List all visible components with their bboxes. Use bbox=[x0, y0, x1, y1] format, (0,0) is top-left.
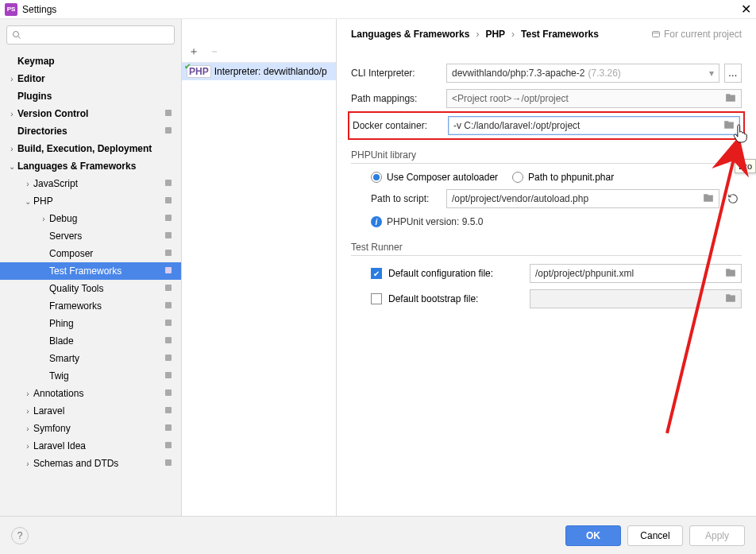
search-box[interactable] bbox=[6, 25, 175, 45]
sidebar-item-quality-tools[interactable]: Quality Tools bbox=[0, 280, 181, 297]
project-scope-icon bbox=[164, 248, 175, 260]
svg-rect-12 bbox=[165, 320, 172, 326]
radio-phar-label: Path to phpunit.phar bbox=[528, 172, 614, 183]
phpunit-version-label: PHPUnit version: 9.5.0 bbox=[387, 216, 483, 227]
default-bootstrap-checkbox[interactable] bbox=[371, 293, 382, 304]
add-button[interactable]: ＋ bbox=[187, 45, 201, 59]
sidebar-item-blade[interactable]: Blade bbox=[0, 332, 181, 350]
sidebar-item-debug[interactable]: ›Debug bbox=[0, 210, 181, 227]
chevron-icon: › bbox=[22, 389, 33, 398]
sidebar-item-label: Test Frameworks bbox=[49, 265, 164, 277]
project-scope-icon bbox=[164, 300, 175, 312]
folder-icon[interactable] bbox=[723, 119, 735, 133]
cli-interpreter-browse-button[interactable]: … bbox=[724, 64, 742, 83]
project-icon bbox=[651, 29, 661, 39]
app-icon: PS bbox=[5, 3, 17, 16]
sidebar-item-directories[interactable]: Directories bbox=[0, 122, 181, 140]
svg-rect-5 bbox=[165, 197, 172, 203]
sidebar-item-label: Laravel bbox=[33, 405, 164, 416]
sidebar-item-keymap[interactable]: Keymap bbox=[0, 52, 181, 70]
sidebar-item-version-control[interactable]: ›Version Control bbox=[0, 105, 181, 122]
sidebar-item-label: Smarty bbox=[49, 353, 164, 364]
sidebar-item-label: Composer bbox=[49, 248, 164, 259]
apply-button[interactable]: Apply bbox=[689, 525, 745, 546]
sidebar-item-twig[interactable]: Twig bbox=[0, 367, 181, 385]
folder-icon[interactable] bbox=[725, 267, 736, 281]
path-to-script-field[interactable]: /opt/project/vendor/autoload.php bbox=[446, 189, 719, 208]
svg-rect-14 bbox=[165, 354, 172, 361]
sidebar-item-label: Quality Tools bbox=[49, 283, 164, 294]
titlebar: PS Settings ✕ bbox=[0, 0, 756, 19]
sidebar-item-laravel[interactable]: ›Laravel bbox=[0, 402, 181, 420]
sidebar-item-schemas-and-dtds[interactable]: ›Schemas and DTDs bbox=[0, 455, 181, 472]
sidebar-item-label: Debug bbox=[49, 213, 164, 224]
svg-rect-13 bbox=[165, 337, 172, 343]
sidebar-item-plugins[interactable]: Plugins bbox=[0, 87, 181, 105]
chevron-icon: › bbox=[6, 75, 17, 83]
ok-button[interactable]: OK bbox=[565, 525, 621, 546]
help-button[interactable]: ? bbox=[11, 527, 29, 544]
interpreter-row[interactable]: ✔ PHP Interpreter: devwithlando/p bbox=[182, 63, 336, 80]
settings-tree[interactable]: Keymap›EditorPlugins›Version ControlDire… bbox=[0, 51, 181, 516]
default-config-checkbox[interactable]: ✔ bbox=[371, 268, 382, 279]
svg-rect-2 bbox=[165, 110, 172, 116]
sidebar-item-label: Laravel Idea bbox=[33, 440, 164, 451]
docker-container-value: -v C:/lando/laravel:/opt/project bbox=[453, 120, 580, 131]
sidebar-item-editor[interactable]: ›Editor bbox=[0, 70, 181, 87]
folder-icon[interactable] bbox=[703, 192, 714, 206]
folder-icon[interactable] bbox=[725, 92, 736, 106]
path-mappings-field[interactable]: <Project root>→/opt/project bbox=[446, 89, 742, 108]
sidebar-item-symfony[interactable]: ›Symfony bbox=[0, 420, 181, 437]
sidebar-item-javascript[interactable]: ›JavaScript bbox=[0, 175, 181, 192]
sidebar-item-frameworks[interactable]: Frameworks bbox=[0, 297, 181, 315]
svg-rect-6 bbox=[165, 215, 172, 221]
project-scope-icon bbox=[164, 388, 175, 400]
path-to-script-value: /opt/project/vendor/autoload.php bbox=[452, 193, 588, 204]
breadcrumb-a[interactable]: Languages & Frameworks bbox=[351, 29, 469, 40]
dialog-footer: ? OK Cancel Apply bbox=[0, 516, 756, 554]
sidebar-item-languages-frameworks[interactable]: ⌄Languages & Frameworks bbox=[0, 157, 181, 175]
sidebar-item-annotations[interactable]: ›Annotations bbox=[0, 385, 181, 402]
sidebar-item-phing[interactable]: Phing bbox=[0, 315, 181, 332]
project-scope-icon bbox=[164, 440, 175, 452]
for-current-project-label: For current project bbox=[664, 29, 742, 40]
chevron-icon: › bbox=[22, 424, 33, 433]
remove-button[interactable]: － bbox=[207, 45, 222, 59]
sidebar-item-servers[interactable]: Servers bbox=[0, 227, 181, 245]
sidebar-item-laravel-idea[interactable]: ›Laravel Idea bbox=[0, 437, 181, 455]
chevron-down-icon[interactable]: ▾ bbox=[709, 68, 714, 79]
breadcrumb-b[interactable]: PHP bbox=[485, 29, 505, 40]
sidebar-item-label: Version Control bbox=[17, 108, 164, 119]
check-icon: ✔ bbox=[184, 63, 191, 71]
project-scope-icon bbox=[164, 370, 175, 382]
svg-rect-8 bbox=[165, 250, 172, 256]
sidebar-item-smarty[interactable]: Smarty bbox=[0, 350, 181, 367]
project-scope-icon bbox=[164, 423, 175, 435]
default-config-value: /opt/project/phpunit.xml bbox=[535, 268, 634, 279]
search-input[interactable] bbox=[25, 29, 169, 41]
cli-interpreter-select[interactable]: devwithlando/php:7.3-apache-2 (7.3.26) ▾ bbox=[446, 64, 719, 83]
cli-interpreter-version: (7.3.26) bbox=[588, 68, 620, 79]
browse-tooltip: Bro bbox=[735, 159, 756, 173]
settings-panel: Languages & Frameworks › PHP › Test Fram… bbox=[337, 19, 756, 516]
docker-container-label: Docker container: bbox=[353, 120, 448, 131]
cancel-button[interactable]: Cancel bbox=[627, 525, 683, 546]
sidebar-item-label: Servers bbox=[49, 231, 164, 242]
default-config-field[interactable]: /opt/project/phpunit.xml bbox=[530, 264, 742, 283]
docker-container-field[interactable]: -v C:/lando/laravel:/opt/project bbox=[448, 116, 740, 135]
interpreters-toolbar: ＋ － bbox=[182, 19, 336, 63]
reload-button[interactable] bbox=[724, 189, 742, 208]
radio-composer-autoloader[interactable]: Use Composer autoloader bbox=[371, 172, 498, 183]
sidebar-item-test-frameworks[interactable]: Test Frameworks bbox=[0, 262, 181, 280]
interpreters-list[interactable]: ✔ PHP Interpreter: devwithlando/p bbox=[182, 63, 336, 516]
radio-phpunit-phar[interactable]: Path to phpunit.phar bbox=[512, 172, 614, 183]
sidebar-item-label: Frameworks bbox=[49, 300, 164, 312]
chevron-icon: ⌄ bbox=[6, 162, 17, 171]
sidebar-item-build-execution-deployment[interactable]: ›Build, Execution, Deployment bbox=[0, 140, 181, 157]
php-badge-icon: ✔ PHP bbox=[187, 65, 211, 78]
settings-sidebar: Keymap›EditorPlugins›Version ControlDire… bbox=[0, 19, 182, 516]
sidebar-item-composer[interactable]: Composer bbox=[0, 245, 181, 262]
project-scope-icon bbox=[164, 178, 175, 190]
close-button[interactable]: ✕ bbox=[741, 2, 751, 17]
sidebar-item-php[interactable]: ⌄PHP bbox=[0, 192, 181, 210]
